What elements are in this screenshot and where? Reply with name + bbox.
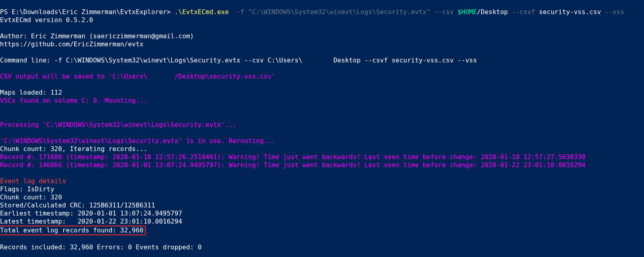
flag-vss: --vss bbox=[605, 8, 624, 16]
command-exe: .\EvtxECmd.exe bbox=[174, 8, 236, 16]
ps-prompt: PS E:\Downloads\Eric Zimmerman\EvtxExplo… bbox=[0, 8, 174, 16]
latest-line: Latest timestamp: 2020-01-22 23:01:10.00… bbox=[0, 218, 182, 225]
record-warning-2: Record #: 146866 (timestamp: 2020-01-01 … bbox=[0, 161, 586, 169]
chunk-count-line: Chunk count: 320 bbox=[0, 193, 62, 201]
inuse-line: 'C:\WINDOWS\System32\winevt\Logs\Securit… bbox=[0, 137, 275, 145]
cmdline-line: Command line: -f C:\WINDOWS\System32\win… bbox=[0, 56, 477, 64]
processing-line: Processing 'C:\WINDOWS\System32\winevt\L… bbox=[0, 121, 237, 128]
crc-line: Stored/Calculated CRC: 125B6311/125B6311 bbox=[0, 201, 155, 209]
earliest-line: Earliest timestamp: 2020-01-01 13:07:24.… bbox=[0, 209, 182, 217]
vsc-found-line: VSCs found on volume C: 0. Mounting... bbox=[0, 97, 147, 104]
powershell-terminal[interactable]: PS E:\Downloads\Eric Zimmerman\EvtxExplo… bbox=[0, 0, 644, 251]
details-header: Event log details bbox=[0, 177, 66, 185]
maps-loaded-line: Maps loaded: 112 bbox=[0, 89, 62, 96]
arg-path: "C:\WINDOWS\System32\winevt\Logs\Securit… bbox=[248, 8, 431, 16]
record-warning-1: Record #: 171680 (timestamp: 2020-01-18 … bbox=[0, 153, 586, 161]
chunk-iter-line: Chunk count: 320, Iterating records... bbox=[0, 145, 147, 153]
flag-f: -f bbox=[237, 8, 248, 16]
arg-csvf-name: security-vss.csv bbox=[539, 8, 605, 16]
github-line: https://github.com/EricZimmerman/evtx bbox=[0, 40, 143, 48]
total-records-line: Total event log records found: 32,960 bbox=[0, 226, 143, 234]
flag-csv: --csv bbox=[430, 8, 457, 16]
flag-csvf: --csvf bbox=[512, 8, 539, 16]
flags-line: Flags: IsDirty bbox=[0, 185, 54, 193]
total-records-highlight: Total event log records found: 32,960 bbox=[0, 226, 146, 235]
csv-output-line: CSV output will be saved to 'C:\Users\ /… bbox=[0, 73, 275, 80]
version-line: EvtxECmd version 0.5.2.0 bbox=[0, 16, 93, 24]
summary-line: Records included: 32,960 Errors: 0 Event… bbox=[0, 243, 202, 251]
author-line: Author: Eric Zimmerman (saericzimmerman@… bbox=[0, 32, 194, 40]
arg-desktop: /Desktop bbox=[477, 8, 512, 16]
env-var: $HOME bbox=[458, 8, 477, 16]
